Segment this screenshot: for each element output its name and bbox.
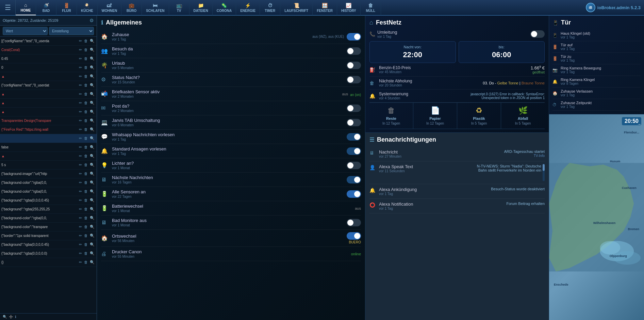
toggle-switch[interactable] [347,33,361,41]
delete-icon[interactable]: 🗑 [83,83,88,87]
umleitung-toggle[interactable] [530,30,545,38]
search-small-icon[interactable]: 🔍 [89,216,95,220]
nav-item-fenster[interactable]: 🪟FENSTER [313,0,337,15]
search-small-icon[interactable]: 🔍 [89,92,95,96]
edit-icon[interactable]: ✏ [78,127,83,132]
search-small-icon[interactable]: 🔍 [89,127,95,132]
edit-icon[interactable]: ✏ [78,83,83,87]
filter-dropdown[interactable]: Wert [3,27,48,35]
edit-icon[interactable]: ✏ [78,57,83,61]
search-small-icon[interactable]: 🔍 [89,251,95,256]
search-small-icon[interactable]: 🔍 [89,136,95,141]
edit-icon[interactable]: ✏ [78,242,83,247]
edit-icon[interactable]: ✏ [78,74,83,79]
search-small-icon[interactable]: 🔍 [89,260,95,265]
search-small-icon[interactable]: 🔍 [89,207,95,211]
nav-item-tv[interactable]: 📺TV [169,0,189,15]
delete-icon[interactable]: 🗑 [83,48,88,52]
delete-icon[interactable]: 🗑 [83,207,88,211]
search-small-icon[interactable]: 🔍 [89,225,95,229]
nav-item-energie[interactable]: ⚡ENERGIE [236,0,260,15]
scroll-bar[interactable] [543,164,545,181]
nav-item-corona[interactable]: 🦠CORONA [213,0,236,15]
edit-icon[interactable]: ✏ [78,198,83,203]
settings-dropdown[interactable]: Einstellung [49,27,94,35]
delete-icon[interactable]: 🗑 [83,198,88,203]
toggle-switch[interactable] [347,147,361,155]
delete-icon[interactable]: 🗑 [83,189,88,194]
delete-icon[interactable]: 🗑 [83,260,88,265]
search-small-icon[interactable]: 🔍 [89,145,95,149]
search-small-icon[interactable]: 🔍 [89,198,95,203]
search-small-icon[interactable]: 🔍 [89,39,95,43]
delete-icon[interactable]: 🗑 [83,136,88,141]
nav-item-history[interactable]: 📈HISTORY [337,0,361,15]
delete-icon[interactable]: 🗑 [83,163,88,167]
edit-icon[interactable]: ✏ [78,207,83,211]
nav-item-mull[interactable]: 🗑MÜLL [361,0,381,15]
delete-icon[interactable]: 🗑 [83,234,88,238]
edit-icon[interactable]: ✏ [78,189,83,194]
nav-item-laufschrift[interactable]: 📜LAUFSCHRIFT [280,0,313,15]
toggle-switch[interactable] [347,162,361,169]
edit-icon[interactable]: ✏ [78,225,83,229]
delete-icon[interactable]: 🗑 [83,225,88,229]
search-small-icon[interactable]: 🔍 [89,189,95,194]
delete-icon[interactable]: 🗑 [83,216,88,220]
search-small-icon[interactable]: 🔍 [89,48,95,52]
nav-item-kueche[interactable]: 🍳KÜCHE [77,0,98,15]
search-small-icon[interactable]: 🔍 [89,118,95,123]
nav-item-wohnen[interactable]: 🛋WOHNEN [98,0,122,15]
search-small-icon[interactable]: 🔍 [89,74,95,79]
search-small-icon[interactable]: 🔍 [89,180,95,185]
nav-item-schlafen[interactable]: 🛏SCHLAFEN [142,0,169,15]
edit-icon[interactable]: ✏ [78,118,83,123]
search-small-icon[interactable]: 🔍 [89,57,95,61]
edit-icon[interactable]: ✏ [78,163,83,167]
edit-icon[interactable]: ✏ [78,136,83,141]
search-small-icon[interactable]: 🔍 [89,65,95,70]
edit-icon[interactable]: ✏ [78,48,83,52]
hamburger-menu[interactable]: ☰ [0,0,16,15]
search-small-icon[interactable]: 🔍 [89,242,95,247]
edit-icon[interactable]: ✏ [78,39,83,43]
toggle-switch[interactable] [347,119,361,126]
edit-icon[interactable]: ✏ [78,251,83,256]
toggle-switch[interactable] [347,105,361,112]
edit-icon[interactable]: ✏ [78,260,83,265]
toggle-switch[interactable] [347,76,361,83]
toggle-switch[interactable] [347,176,361,183]
toggle-switch[interactable] [347,190,361,198]
search-small-icon[interactable]: 🔍 [89,154,95,158]
search-small-icon[interactable]: 🔍 [89,83,95,87]
delete-icon[interactable]: 🗑 [83,154,88,158]
delete-icon[interactable]: 🗑 [83,145,88,149]
nav-item-flur[interactable]: 🚪FLUR [56,0,77,15]
nav-item-bad[interactable]: 🚿BAD [36,0,56,15]
edit-icon[interactable]: ✏ [78,145,83,149]
nav-item-timer[interactable]: ⏱TIMER [260,0,280,15]
nav-item-buero[interactable]: 💼BÜRO [121,0,142,15]
delete-icon[interactable]: 🗑 [83,251,88,256]
delete-icon[interactable]: 🗑 [83,118,88,123]
search-small-icon[interactable]: 🔍 [89,110,95,114]
toggle-switch[interactable] [347,232,361,240]
edit-icon[interactable]: ✏ [78,92,83,96]
edit-icon[interactable]: ✏ [78,216,83,220]
edit-icon[interactable]: ✏ [78,65,83,70]
search-small-icon[interactable]: 🔍 [89,101,95,105]
delete-icon[interactable]: 🗑 [83,242,88,247]
delete-icon[interactable]: 🗑 [83,127,88,132]
toggle-switch[interactable] [347,133,361,141]
delete-icon[interactable]: 🗑 [83,172,88,176]
edit-icon[interactable]: ✏ [78,234,83,238]
edit-icon[interactable]: ✏ [78,154,83,158]
edit-icon[interactable]: ✏ [78,110,83,114]
edit-icon[interactable]: ✏ [78,180,83,185]
search-small-icon[interactable]: 🔍 [89,163,95,167]
delete-icon[interactable]: 🗑 [83,39,88,43]
delete-icon[interactable]: 🗑 [83,101,88,105]
edit-icon[interactable]: ✏ [78,101,83,105]
nav-item-dateien[interactable]: 📁DATEIEN [189,0,213,15]
delete-icon[interactable]: 🗑 [83,92,88,96]
